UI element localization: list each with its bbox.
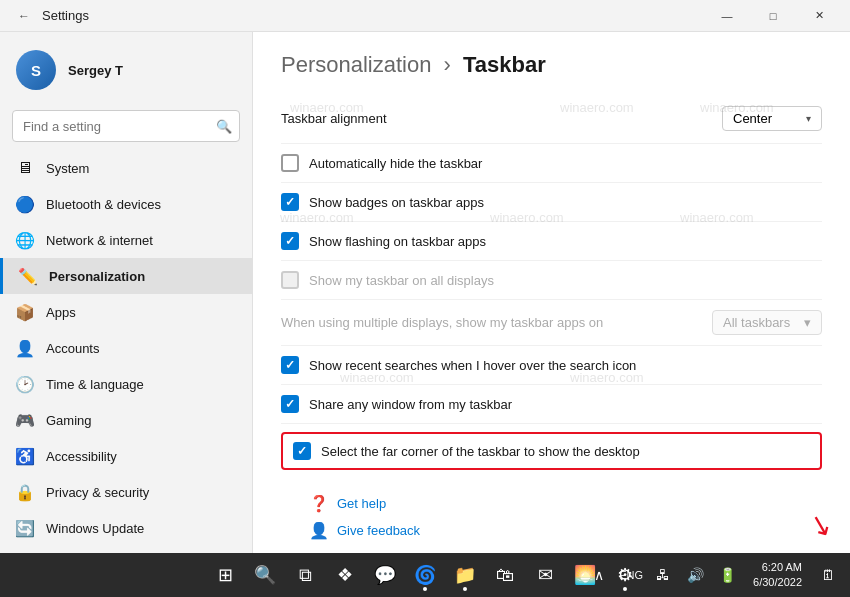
- sidebar-item-label-privacy: Privacy & security: [46, 485, 149, 500]
- title-bar: ← Settings — □ ✕: [0, 0, 850, 32]
- get-help-label: Get help: [337, 496, 386, 511]
- sidebar-item-network[interactable]: 🌐Network & internet: [0, 222, 252, 258]
- time-value: 6:20 AM: [753, 560, 802, 575]
- multi-display-dropdown[interactable]: All taskbars ▾: [712, 310, 822, 335]
- sidebar-item-update[interactable]: 🔄Windows Update: [0, 510, 252, 546]
- checkbox-row-recent-searches: Show recent searches when I hover over t…: [281, 346, 822, 385]
- taskbar-app-photos[interactable]: 🌅: [567, 557, 603, 593]
- taskbar-app-edge[interactable]: 🌀: [407, 557, 443, 593]
- sidebar-item-label-system: System: [46, 161, 89, 176]
- personalization-icon: ✏️: [19, 267, 37, 285]
- taskbar-app-search[interactable]: 🔍: [247, 557, 283, 593]
- sidebar-item-bluetooth[interactable]: 🔵Bluetooth & devices: [0, 186, 252, 222]
- breadcrumb-separator: ›: [444, 52, 451, 77]
- sidebar-item-label-accessibility: Accessibility: [46, 449, 117, 464]
- gaming-icon: 🎮: [16, 411, 34, 429]
- chevron-down-icon: ▾: [806, 113, 811, 124]
- taskbar-app-teams[interactable]: 💬: [367, 557, 403, 593]
- privacy-icon: 🔒: [16, 483, 34, 501]
- maximize-button[interactable]: □: [750, 0, 796, 32]
- feedback-icon: 👤: [309, 521, 329, 540]
- sidebar-item-gaming[interactable]: 🎮Gaming: [0, 402, 252, 438]
- close-button[interactable]: ✕: [796, 0, 842, 32]
- checkbox-list: Automatically hide the taskbarShow badge…: [281, 144, 822, 470]
- sidebar-item-system[interactable]: 🖥System: [0, 150, 252, 186]
- taskbar-time: 6:20 AM 6/30/2022: [753, 560, 802, 591]
- checkbox-row-show-badges: Show badges on taskbar apps: [281, 183, 822, 222]
- content-area: Personalization › Taskbar Taskbar alignm…: [252, 32, 850, 597]
- sidebar-item-personalization[interactable]: ✏️Personalization: [0, 258, 252, 294]
- app-body: S Sergey T 🔍 🖥System🔵Bluetooth & devices…: [0, 32, 850, 597]
- taskbar-center-apps: ⊞🔍⧉❖💬🌀📁🛍✉🌅⚙: [207, 557, 643, 593]
- sidebar-item-time[interactable]: 🕑Time & language: [0, 366, 252, 402]
- time-icon: 🕑: [16, 375, 34, 393]
- sidebar-item-accessibility[interactable]: ♿Accessibility: [0, 438, 252, 474]
- checkbox-label-all-displays: Show my taskbar on all displays: [309, 273, 494, 288]
- multi-display-label: When using multiple displays, show my ta…: [281, 315, 603, 330]
- checkbox-label-show-flashing: Show flashing on taskbar apps: [309, 234, 486, 249]
- volume-icon[interactable]: 🔊: [681, 561, 709, 589]
- sidebar-item-accounts[interactable]: 👤Accounts: [0, 330, 252, 366]
- taskbar-app-store[interactable]: 🛍: [487, 557, 523, 593]
- highlighted-setting-row: Select the far corner of the taskbar to …: [281, 432, 822, 470]
- settings-list: Taskbar alignment Center ▾ Automatically…: [253, 94, 850, 553]
- clock-display[interactable]: 6:20 AM 6/30/2022: [745, 556, 810, 595]
- user-profile[interactable]: S Sergey T: [0, 40, 252, 106]
- checkbox-show-desktop[interactable]: [293, 442, 311, 460]
- system-icon: 🖥: [16, 159, 34, 177]
- network-icon[interactable]: 🖧: [649, 561, 677, 589]
- search-container: 🔍: [12, 110, 240, 142]
- help-icon: ❓: [309, 494, 329, 513]
- sidebar-item-label-bluetooth: Bluetooth & devices: [46, 197, 161, 212]
- checkbox-auto-hide[interactable]: [281, 154, 299, 172]
- battery-icon[interactable]: 🔋: [713, 561, 741, 589]
- checkbox-all-displays: [281, 271, 299, 289]
- network-icon: 🌐: [16, 231, 34, 249]
- accessibility-icon: ♿: [16, 447, 34, 465]
- sidebar-item-label-gaming: Gaming: [46, 413, 92, 428]
- checkbox-row-auto-hide: Automatically hide the taskbar: [281, 144, 822, 183]
- back-button[interactable]: ←: [14, 6, 34, 26]
- sidebar-item-label-personalization: Personalization: [49, 269, 145, 284]
- taskbar-alignment-dropdown[interactable]: Center ▾: [722, 106, 822, 131]
- username: Sergey T: [68, 63, 123, 78]
- nav-list: 🖥System🔵Bluetooth & devices🌐Network & in…: [0, 150, 252, 546]
- sidebar-item-label-time: Time & language: [46, 377, 144, 392]
- windows-taskbar: ⊞🔍⧉❖💬🌀📁🛍✉🌅⚙ ∧ ENG 🖧 🔊 🔋 6:20 AM 6/30/202…: [0, 553, 850, 597]
- title-bar-left: ← Settings: [14, 6, 89, 26]
- breadcrumb-current: Taskbar: [463, 52, 546, 77]
- checkbox-show-badges[interactable]: [281, 193, 299, 211]
- taskbar-app-explorer[interactable]: 📁: [447, 557, 483, 593]
- taskbar-alignment-label: Taskbar alignment: [281, 111, 387, 126]
- notification-icon[interactable]: 🗓: [814, 561, 842, 589]
- taskbar-app-settings2[interactable]: ⚙: [607, 557, 643, 593]
- checkbox-row-all-displays: Show my taskbar on all displays: [281, 261, 822, 300]
- sidebar-item-privacy[interactable]: 🔒Privacy & security: [0, 474, 252, 510]
- search-input[interactable]: [12, 110, 240, 142]
- taskbar-app-widgets[interactable]: ❖: [327, 557, 363, 593]
- checkbox-row-share-window: Share any window from my taskbar: [281, 385, 822, 424]
- accounts-icon: 👤: [16, 339, 34, 357]
- update-icon: 🔄: [16, 519, 34, 537]
- taskbar-alignment-row: Taskbar alignment Center ▾: [281, 94, 822, 144]
- get-help-link[interactable]: ❓ Get help: [309, 494, 794, 513]
- give-feedback-label: Give feedback: [337, 523, 420, 538]
- taskbar-app-taskview[interactable]: ⧉: [287, 557, 323, 593]
- taskbar-app-mail[interactable]: ✉: [527, 557, 563, 593]
- checkbox-label-recent-searches: Show recent searches when I hover over t…: [309, 358, 636, 373]
- taskbar-app-start[interactable]: ⊞: [207, 557, 243, 593]
- footer-links: ❓ Get help 👤 Give feedback: [281, 478, 822, 553]
- sidebar-item-apps[interactable]: 📦Apps: [0, 294, 252, 330]
- checkbox-label-show-badges: Show badges on taskbar apps: [309, 195, 484, 210]
- window-controls: — □ ✕: [704, 0, 842, 32]
- checkbox-row-show-flashing: Show flashing on taskbar apps: [281, 222, 822, 261]
- date-value: 6/30/2022: [753, 575, 802, 590]
- checkbox-recent-searches[interactable]: [281, 356, 299, 374]
- checkbox-label-auto-hide: Automatically hide the taskbar: [309, 156, 482, 171]
- apps-icon: 📦: [16, 303, 34, 321]
- checkbox-show-flashing[interactable]: [281, 232, 299, 250]
- checkbox-label-show-desktop: Select the far corner of the taskbar to …: [321, 444, 640, 459]
- give-feedback-link[interactable]: 👤 Give feedback: [309, 521, 794, 540]
- checkbox-share-window[interactable]: [281, 395, 299, 413]
- minimize-button[interactable]: —: [704, 0, 750, 32]
